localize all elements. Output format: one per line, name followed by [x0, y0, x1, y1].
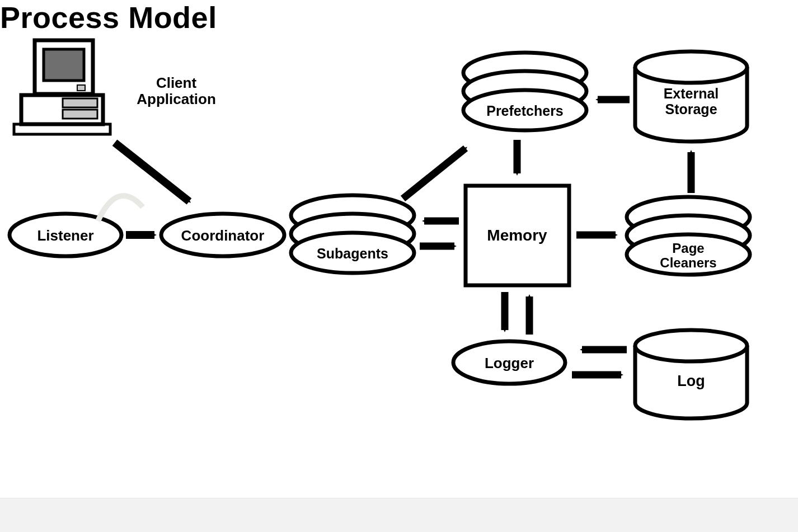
- log-text: Log: [677, 373, 705, 389]
- node-coordinator: Coordinator: [161, 214, 284, 256]
- bottom-bar: [0, 498, 798, 532]
- node-subagents: Subagents: [291, 195, 414, 273]
- ghost-curve: [98, 196, 143, 221]
- svg-point-20: [635, 51, 747, 83]
- node-listener: Listener: [10, 214, 121, 256]
- subagents-text: Subagents: [317, 246, 388, 261]
- page-cleaners-text-1: Page: [672, 241, 704, 256]
- node-prefetchers: Prefetchers: [463, 53, 586, 130]
- coordinator-text: Coordinator: [181, 227, 265, 244]
- node-logger: Logger: [453, 341, 565, 384]
- computer-icon: [14, 40, 110, 134]
- arrow-client-to-coordinator: [115, 143, 189, 201]
- arrow-subagents-to-prefetchers: [403, 148, 466, 199]
- diagram-svg: Listener Coordinator Subagents Prefetche…: [0, 0, 798, 532]
- svg-point-21: [635, 330, 747, 361]
- svg-rect-5: [44, 49, 84, 81]
- diagram-canvas: Process Model Client Application: [0, 0, 798, 532]
- external-storage-text-1: External: [664, 86, 719, 101]
- page-cleaners-text-2: Cleaners: [660, 255, 716, 270]
- node-log: Log: [635, 330, 747, 418]
- svg-rect-2: [63, 98, 97, 107]
- memory-text: Memory: [487, 227, 547, 244]
- prefetchers-text: Prefetchers: [486, 103, 564, 119]
- node-memory: Memory: [466, 186, 569, 285]
- logger-text: Logger: [485, 355, 534, 371]
- svg-rect-3: [63, 110, 97, 119]
- svg-rect-6: [77, 85, 85, 91]
- listener-text: Listener: [37, 227, 93, 244]
- node-page-cleaners: Page Cleaners: [627, 197, 750, 275]
- node-external-storage: External Storage: [635, 51, 747, 142]
- external-storage-text-2: Storage: [665, 101, 717, 117]
